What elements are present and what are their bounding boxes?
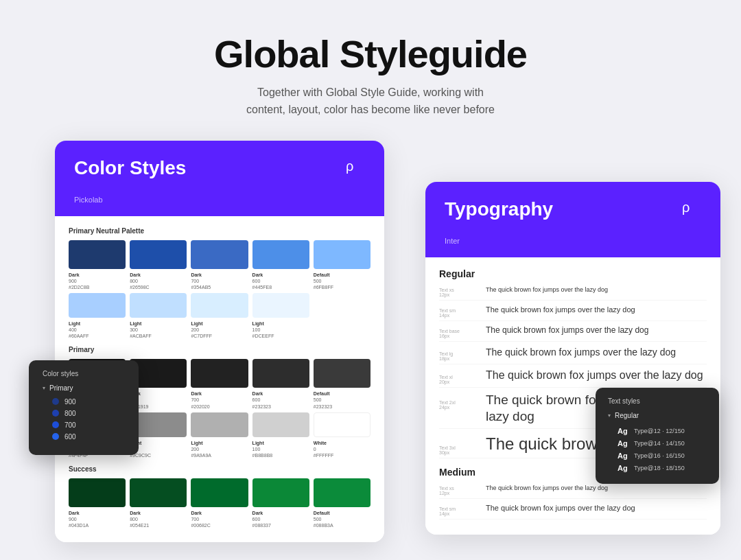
ag-label: Ag <box>618 439 628 447</box>
sidebar-item-600[interactable]: 600 <box>43 431 125 443</box>
color-card-header: Color Styles ρ <box>55 141 384 193</box>
swatch-label: Dark900#2D2C8B <box>69 272 89 290</box>
popup-item-14[interactable]: Ag Type@14 · 14/150 <box>608 437 707 450</box>
popup-item-text: Type@18 · 18/150 <box>634 465 685 471</box>
color-styles-card: Color Styles ρ Pickolab Primary Neutral … <box>55 141 384 542</box>
swatch-label: Light400#60AAFF <box>69 320 89 339</box>
swatch <box>314 359 370 388</box>
regular-section-title: Regular <box>439 268 707 279</box>
color-dot <box>52 410 59 417</box>
swatch-label: Default500#088B3A <box>314 510 333 528</box>
typo-meta: Text xs 12px <box>439 288 480 297</box>
swatch-label: Dark700#354AB5 <box>191 272 211 290</box>
page-subtitle: Together with Global Style Guide, workin… <box>0 84 741 119</box>
popup-item-text: Type@14 · 14/150 <box>634 440 685 447</box>
swatch-col: Light200#9A9A9A <box>191 412 248 458</box>
color-dot <box>52 398 59 405</box>
typo-meta: Text sm 14px <box>439 308 480 318</box>
typo-card-title: Typography <box>445 198 553 220</box>
swatch <box>314 240 370 269</box>
swatch <box>252 412 309 437</box>
popup-item-18[interactable]: Ag Type@18 · 18/150 <box>608 462 707 474</box>
swatch <box>130 478 187 507</box>
popup-title: Text styles <box>608 397 707 405</box>
popup-item-12[interactable]: Ag Type@12 · 12/150 <box>608 425 707 437</box>
swatch-label: Dark600#445FE8 <box>252 272 272 290</box>
swatch <box>191 359 248 388</box>
sidebar-item-800[interactable]: 800 <box>43 408 125 419</box>
typo-sample: The quick brown fox jumps over the lazy … <box>486 305 635 314</box>
swatch-col: Light300#ACBAFF <box>130 293 187 339</box>
swatch-label: Light200#C7DFFF <box>191 320 212 339</box>
primary-neutral-light-swatches: Light400#60AAFF Light300#ACBAFF Light200… <box>69 293 370 339</box>
typo-meta: Text 3xl 30px <box>439 445 480 455</box>
primary-title: Primary <box>69 346 370 353</box>
typo-meta: Text sm 14px <box>439 506 480 516</box>
page-title: Global Styleguide <box>0 33 741 75</box>
typo-card-sub: Inter <box>425 234 720 257</box>
typo-meta: Text xl 20px <box>439 375 480 384</box>
swatch <box>252 240 309 269</box>
typo-sample: The quick brown fox jumps over the lazy … <box>486 346 676 358</box>
swatch <box>191 240 248 269</box>
swatch-label: Dark800#26598C <box>130 272 149 290</box>
swatch-label: Dark600#232323 <box>252 390 271 409</box>
swatch-col: Dark900#2D2C8B <box>69 240 126 290</box>
typo-row: Text sm 14px The quick brown fox jumps o… <box>439 503 707 520</box>
color-card-subtitle: Pickolab <box>74 196 103 204</box>
typo-meta: Text 2xl 24px <box>439 400 480 410</box>
swatch-col: White0#FFFFFF <box>314 412 370 458</box>
color-sidebar-popup: Color styles ▾ Primary 900 800 700 600 <box>29 360 139 455</box>
swatch <box>69 293 126 318</box>
swatch-label: White0#FFFFFF <box>314 440 334 458</box>
typo-sample: The quick brown fox jumps over the lazy … <box>486 369 703 383</box>
typo-meta: Text xs 12px <box>439 486 480 495</box>
swatch <box>191 293 248 318</box>
swatch <box>252 478 309 507</box>
typo-row: Text base 16px The quick brown fox jumps… <box>439 325 707 342</box>
cards-area: Color Styles ρ Pickolab Primary Neutral … <box>0 141 741 539</box>
sidebar-title: Color styles <box>43 370 125 377</box>
ag-label: Ag <box>618 427 628 435</box>
popup-item-text: Type@16 · 16/150 <box>634 452 685 459</box>
swatch-label: Dark800#054E21 <box>130 510 149 528</box>
color-dot <box>52 421 59 428</box>
typo-card-subtitle: Inter <box>445 237 460 245</box>
pickolab-icon: ρ <box>346 159 365 178</box>
swatch <box>69 478 126 507</box>
swatch-label: Dark700#00682C <box>191 510 210 528</box>
typo-sample: The quick brown fox jumps over the lazy … <box>486 286 608 294</box>
swatch-col: Dark700#202020 <box>191 359 248 409</box>
color-dot <box>52 433 59 440</box>
swatch-col: Dark800#26598C <box>130 240 187 290</box>
swatch-col: Default500#088B3A <box>314 478 370 528</box>
page-header: Global Styleguide Together with Global S… <box>0 0 741 141</box>
swatch-label: Dark900#043D1A <box>69 510 89 528</box>
typo-sample: The quick brown fox jumps over the lazy … <box>486 485 608 493</box>
pickolab-icon-typo: ρ <box>682 200 701 219</box>
sidebar-item-900[interactable]: 900 <box>43 396 125 408</box>
typo-row: Text xs 12px The quick brown fox jumps o… <box>439 286 707 301</box>
swatch <box>314 412 370 437</box>
sidebar-item-label: 800 <box>64 410 76 417</box>
sidebar-item-label: 900 <box>64 398 76 406</box>
sidebar-item-700[interactable]: 700 <box>43 419 125 431</box>
primary-neutral-dark-swatches: Dark900#2D2C8B Dark800#26598C Dark700#35… <box>69 240 370 290</box>
swatch-col: Dark600#088337 <box>252 478 309 528</box>
color-card-sub: Pickolab <box>55 193 384 216</box>
swatch-label: Light300#ACBAFF <box>130 320 152 339</box>
success-title: Success <box>69 465 370 473</box>
sidebar-item-label: 600 <box>64 433 76 441</box>
ag-label: Ag <box>618 464 628 472</box>
swatch <box>191 412 248 437</box>
swatch-label: Dark700#202020 <box>191 390 209 409</box>
color-card-title: Color Styles <box>74 157 186 179</box>
popup-item-16[interactable]: Ag Type@16 · 16/150 <box>608 450 707 462</box>
sidebar-group-title: ▾ Primary <box>43 384 125 392</box>
success-swatches: Dark900#043D1A Dark800#054E21 Dark700#00… <box>69 478 370 528</box>
swatch-col: Dark700#00682C <box>191 478 248 528</box>
swatch <box>130 240 187 269</box>
swatch-col: Dark900#043D1A <box>69 478 126 528</box>
swatch-label: Light100#B8B8B8 <box>252 440 273 458</box>
swatch-col: Dark700#354AB5 <box>191 240 248 290</box>
